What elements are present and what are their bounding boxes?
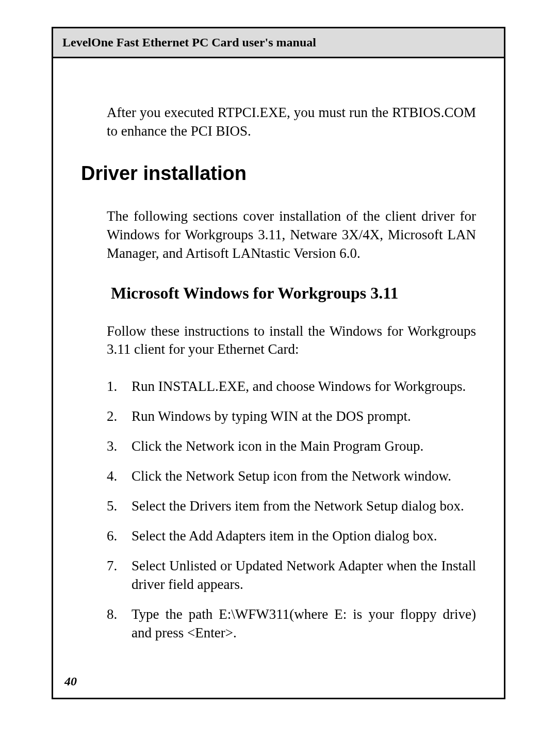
instruction-item: Run INSTALL.EXE, and choose Windows for …: [107, 377, 476, 396]
section-paragraph: The following sections cover installatio…: [107, 207, 476, 263]
instruction-item: Click the Network Setup icon from the Ne…: [107, 467, 476, 486]
section-heading: Driver installation: [81, 162, 476, 185]
subsection-paragraph: Follow these instructions to install the…: [107, 322, 476, 359]
instruction-item: Select Unlisted or Updated Network Adapt…: [107, 557, 476, 594]
subsection-heading: Microsoft Windows for Workgroups 3.11: [111, 284, 476, 303]
instruction-item: Click the Network icon in the Main Progr…: [107, 437, 476, 456]
page-frame: LevelOne Fast Ethernet PC Card user's ma…: [52, 27, 505, 699]
instruction-item: Select the Drivers item from the Network…: [107, 497, 476, 516]
instruction-item: Run Windows by typing WIN at the DOS pro…: [107, 407, 476, 426]
instruction-item: Type the path E:\WFW311(where E: is your…: [107, 605, 476, 643]
page-number: 40: [64, 675, 77, 688]
instruction-list: Run INSTALL.EXE, and choose Windows for …: [107, 377, 476, 642]
content-area: After you executed RTPCI.EXE, you must r…: [53, 58, 504, 674]
header-bar: LevelOne Fast Ethernet PC Card user's ma…: [53, 28, 504, 58]
header-title: LevelOne Fast Ethernet PC Card user's ma…: [62, 36, 495, 50]
instruction-item: Select the Add Adapters item in the Opti…: [107, 527, 476, 546]
intro-paragraph: After you executed RTPCI.EXE, you must r…: [107, 104, 476, 141]
